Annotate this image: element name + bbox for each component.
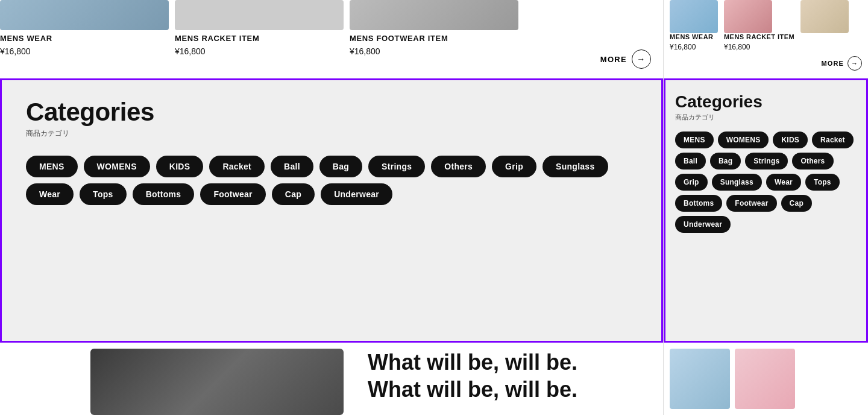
right-top-products: MENS WEAR ¥16,800 MENS RACKET ITEM ¥16,8…	[670, 0, 862, 51]
right-bottom-image-b	[735, 349, 795, 409]
category-tag-womens[interactable]: WOMENS	[84, 156, 150, 177]
product-name-2: MENS FOOTWEAR ITEM	[350, 34, 518, 43]
right-category-tag-underwear[interactable]: Underwear	[675, 216, 731, 233]
product-image-1	[175, 0, 344, 30]
tags-row-left: MENSWOMENSKIDSRacketBallBagStringsOthers…	[26, 156, 637, 205]
right-category-tag-strings[interactable]: Strings	[745, 153, 788, 169]
right-product-0: MENS WEAR ¥16,800	[670, 0, 718, 51]
category-tag-mens[interactable]: MENS	[26, 156, 78, 177]
category-tag-footwear[interactable]: Footwear	[200, 183, 265, 205]
tags-row-right: MENSWOMENSKIDSRacketBallBagStringsOthers…	[675, 131, 857, 233]
right-category-tag-mens[interactable]: MENS	[675, 131, 714, 148]
more-button[interactable]: MORE →	[600, 49, 651, 69]
right-product-1: MENS RACKET ITEM ¥16,800	[724, 0, 794, 51]
right-product-price-0: ¥16,800	[670, 43, 696, 51]
product-name-0: MENS WEAR	[0, 34, 169, 43]
right-product-2	[800, 0, 849, 33]
right-category-tag-footwear[interactable]: Footwear	[726, 195, 776, 212]
product-price-1: ¥16,800	[175, 46, 344, 56]
right-category-tag-tops[interactable]: Tops	[805, 174, 840, 191]
product-image-2	[350, 0, 518, 30]
right-product-img-2	[800, 0, 849, 33]
bottom-text-block: What will be, will be. What will be, wil…	[368, 349, 577, 403]
right-category-tag-cap[interactable]: Cap	[781, 195, 812, 212]
category-tag-others[interactable]: Others	[431, 156, 486, 177]
bottom-strip-left: What will be, will be. What will be, wil…	[0, 343, 663, 415]
right-category-tag-kids[interactable]: KIDS	[773, 131, 808, 148]
right-more-button[interactable]: MORE →	[822, 56, 862, 73]
product-list: MENS WEAR ¥16,800 MENS RACKET ITEM ¥16,8…	[0, 0, 663, 66]
category-tag-sunglass[interactable]: Sunglass	[542, 156, 608, 177]
right-top-inner: MENS WEAR ¥16,800 MENS RACKET ITEM ¥16,8…	[670, 0, 862, 73]
right-category-tag-bottoms[interactable]: Bottoms	[675, 195, 722, 212]
more-label: MORE	[600, 55, 627, 64]
categories-title-left: Categories	[26, 98, 637, 126]
product-name-1: MENS RACKET ITEM	[175, 34, 344, 43]
bottom-image-left	[90, 349, 344, 415]
category-tag-strings[interactable]: Strings	[368, 156, 425, 177]
product-price-2: ¥16,800	[350, 46, 518, 56]
category-tag-cap[interactable]: Cap	[272, 183, 315, 205]
right-bottom-strip	[664, 343, 868, 415]
left-panel: MENS WEAR ¥16,800 MENS RACKET ITEM ¥16,8…	[0, 0, 663, 415]
right-category-tag-racket[interactable]: Racket	[812, 131, 854, 148]
right-bottom-image-a	[670, 349, 730, 409]
product-item-2: MENS FOOTWEAR ITEM ¥16,800	[350, 0, 518, 56]
product-image-0	[0, 0, 169, 30]
right-panel: MENS WEAR ¥16,800 MENS RACKET ITEM ¥16,8…	[663, 0, 868, 415]
product-item-0: MENS WEAR ¥16,800	[0, 0, 169, 56]
right-category-tag-grip[interactable]: Grip	[675, 174, 708, 191]
bottom-text-line1: What will be, will be.	[368, 349, 577, 376]
category-tag-grip[interactable]: Grip	[492, 156, 536, 177]
bottom-image-inner	[90, 349, 344, 415]
right-product-img-0	[670, 0, 718, 33]
product-item-1: MENS RACKET ITEM ¥16,800	[175, 0, 344, 56]
category-tag-ball[interactable]: Ball	[271, 156, 313, 177]
right-more-circle: →	[848, 56, 862, 71]
right-product-name-1: MENS RACKET ITEM	[724, 33, 794, 40]
categories-title-right: Categories	[675, 92, 857, 112]
right-product-name-0: MENS WEAR	[670, 33, 713, 40]
category-tag-bottoms[interactable]: Bottoms	[133, 183, 195, 205]
right-category-tag-womens[interactable]: WOMENS	[718, 131, 769, 148]
right-more-row: MORE →	[670, 56, 862, 73]
right-category-tag-ball[interactable]: Ball	[675, 153, 706, 169]
categories-section-left: Categories 商品カテゴリ MENSWOMENSKIDSRacketBa…	[0, 78, 663, 343]
product-price-0: ¥16,800	[0, 46, 169, 56]
right-category-tag-wear[interactable]: Wear	[766, 174, 801, 191]
top-product-strip: MENS WEAR ¥16,800 MENS RACKET ITEM ¥16,8…	[0, 0, 663, 78]
category-tag-underwear[interactable]: Underwear	[321, 183, 392, 205]
right-product-price-1: ¥16,800	[724, 43, 750, 51]
category-tag-bag[interactable]: Bag	[319, 156, 362, 177]
categories-subtitle-left: 商品カテゴリ	[26, 128, 637, 139]
category-tag-racket[interactable]: Racket	[209, 156, 265, 177]
category-tag-kids[interactable]: KIDS	[156, 156, 204, 177]
more-circle: →	[632, 49, 651, 69]
right-category-tag-sunglass[interactable]: Sunglass	[712, 174, 762, 191]
right-more-label: MORE	[822, 60, 844, 67]
category-tag-tops[interactable]: Tops	[80, 183, 127, 205]
arrow-right-icon: →	[637, 54, 646, 64]
categories-section-right: Categories 商品カテゴリ MENSWOMENSKIDSRacketBa…	[664, 78, 868, 343]
right-category-tag-others[interactable]: Others	[792, 153, 833, 169]
right-top-strip: MENS WEAR ¥16,800 MENS RACKET ITEM ¥16,8…	[664, 0, 868, 78]
right-arrow-icon: →	[851, 60, 858, 67]
right-category-tag-bag[interactable]: Bag	[710, 153, 741, 169]
category-tag-wear[interactable]: Wear	[26, 183, 74, 205]
categories-subtitle-right: 商品カテゴリ	[675, 113, 857, 122]
right-product-img-1	[724, 0, 772, 33]
bottom-text-line2: What will be, will be.	[368, 376, 577, 403]
